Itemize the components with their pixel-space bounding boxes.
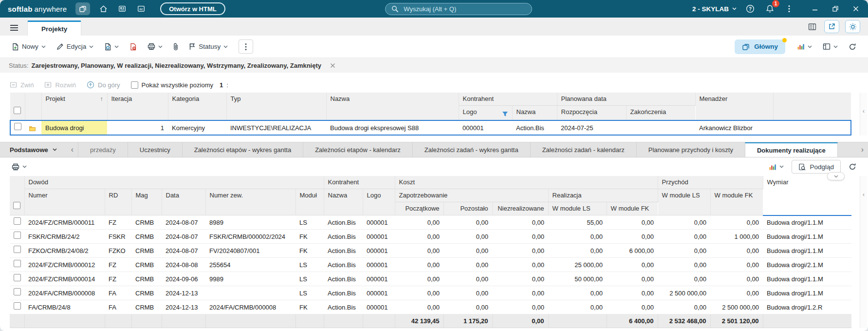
notifications-button[interactable]: 1 <box>764 3 776 15</box>
search-input[interactable] <box>403 5 526 13</box>
document-row[interactable]: FA/CRMB/24/8FACRMB2024-12-132024/FA/CRMB… <box>10 300 851 314</box>
refresh-button[interactable] <box>845 39 860 54</box>
new-button[interactable]: Nowy <box>8 39 50 54</box>
col-projekt[interactable]: Projekt↑ <box>41 93 107 120</box>
row-checkbox[interactable] <box>14 217 21 225</box>
col-przychod-fk[interactable]: W module FK <box>710 189 763 215</box>
row-checkbox[interactable] <box>14 123 21 130</box>
document-row[interactable]: 2024/FA/CRMB/000008FACRMB2024-12-13LSAct… <box>10 286 851 300</box>
news-icon[interactable] <box>116 3 128 15</box>
show-all-levels-checkbox[interactable] <box>131 81 138 89</box>
tab-zale-no-ci-etap-w-kalendarz[interactable]: Zależności etapów - kalendarz <box>303 142 412 157</box>
level-value[interactable]: 1 <box>220 81 223 89</box>
col-iteracja[interactable]: Iteracja <box>107 93 168 120</box>
collapse-panel-handle[interactable]: ‹ <box>860 176 867 328</box>
copy-document-button[interactable] <box>100 39 123 54</box>
tab-planowane-przychody-i-koszty[interactable]: Planowane przychody i koszty <box>636 142 745 157</box>
expand-button[interactable]: Rozwiń <box>44 81 76 89</box>
col-niezrealizowane[interactable]: Niezrealizowane <box>492 202 548 215</box>
col-data[interactable]: Data <box>162 189 205 215</box>
editor-icon[interactable]: ac <box>135 3 147 15</box>
close-button[interactable] <box>849 3 863 15</box>
chart-view-button[interactable] <box>793 39 816 54</box>
tabs-scroll-left-icon[interactable]: ‹ <box>67 142 78 157</box>
global-search[interactable] <box>385 3 532 15</box>
col-numer[interactable]: Numer <box>24 189 105 215</box>
project-row[interactable]: Budowa drogi 1 Komercyjny INWESTYCJE\REA… <box>10 120 851 135</box>
tab-group-selector[interactable]: Podstawowe <box>0 142 67 157</box>
document-row[interactable]: 2024/FZ/CRMB/000014FZCRMB2024-09-069989L… <box>10 272 851 286</box>
modules-icon[interactable] <box>75 2 90 15</box>
col-rozpoczecia[interactable]: Rozpoczęcia <box>557 106 626 121</box>
layout-view-button[interactable] <box>819 39 842 54</box>
col-nazwa[interactable]: Nazwa <box>326 93 459 120</box>
col-numer-zew[interactable]: Numer zew. <box>205 189 295 215</box>
select-all-checkbox[interactable] <box>13 202 20 209</box>
col-pozostalo[interactable]: Pozostało <box>443 202 492 215</box>
open-html-button[interactable]: Otwórz w HTML <box>160 2 225 15</box>
tab-zale-no-ci-zada-kalendarz[interactable]: Zależności zadań - kalendarz <box>530 142 636 157</box>
help-icon[interactable]: ? <box>744 3 756 15</box>
col-group-dowod[interactable]: Dowód <box>24 176 324 189</box>
col-kategoria[interactable]: Kategoria <box>168 93 226 120</box>
col-rd[interactable]: RD <box>105 189 131 215</box>
col-group-koszt[interactable]: Koszt <box>395 176 658 189</box>
document-row[interactable]: 2024/FZ/CRMB/000011FZCRMB2024-08-078989L… <box>10 215 851 230</box>
col-wymiar[interactable]: Wymiar <box>763 176 851 215</box>
tab-projekty[interactable]: Projekty <box>27 20 81 36</box>
row-checkbox[interactable] <box>14 246 21 253</box>
maximize-button[interactable] <box>828 3 843 15</box>
display-settings-button[interactable] <box>845 20 860 33</box>
collapse-panel-handle[interactable]: ‹ <box>860 93 867 136</box>
select-all-checkbox[interactable] <box>14 107 21 114</box>
col-group-zapotrzebowanie[interactable]: Zapotrzebowanie <box>395 189 548 202</box>
col-group-kontrahent[interactable]: Kontrahent <box>459 93 557 106</box>
delete-document-button[interactable] <box>126 39 141 54</box>
row-checkbox[interactable] <box>14 260 21 267</box>
more-actions-button[interactable] <box>239 39 253 54</box>
col-group-kontrahent[interactable]: Kontrahent <box>324 176 395 189</box>
company-selector[interactable]: 2 - SKYLAB <box>692 5 737 13</box>
tab-zale-no-ci-zada-wykres-gantta[interactable]: Zależności zadań - wykres gantta <box>412 142 530 157</box>
col-mag[interactable]: Mag <box>131 189 162 215</box>
col-logo[interactable]: Logo <box>363 189 395 215</box>
col-logo[interactable]: Logo <box>459 106 512 121</box>
expand-chevron-icon[interactable] <box>827 172 845 180</box>
row-checkbox[interactable] <box>14 274 21 281</box>
hamburger-menu-icon[interactable] <box>10 24 18 31</box>
col-group-planowana-data[interactable]: Planowana data <box>557 93 695 106</box>
preview-button[interactable]: Podgląd <box>792 160 841 174</box>
glowny-view-button[interactable]: Główny <box>735 39 785 54</box>
col-poczatkowe[interactable]: Początkowe <box>395 202 443 215</box>
doc-print-button[interactable] <box>8 159 31 174</box>
col-zakonczenia[interactable]: Zakończenia <box>626 106 695 121</box>
attachments-button[interactable] <box>169 39 182 54</box>
col-kontrahent-nazwa[interactable]: Nazwa <box>324 189 363 215</box>
collapse-button[interactable]: Zwiń <box>10 81 34 89</box>
doc-chart-button[interactable] <box>765 159 788 174</box>
filter-funnel-icon[interactable] <box>502 109 508 118</box>
col-modul[interactable]: Moduł <box>295 189 324 215</box>
doc-refresh-button[interactable] <box>845 159 860 174</box>
share-button[interactable] <box>824 20 839 33</box>
tab-dokumenty-realizuj-ce[interactable]: Dokumenty realizujące <box>745 142 838 157</box>
col-group-realizacja[interactable]: Realizacja <box>548 189 658 202</box>
tabs-scroll-right-icon[interactable]: › <box>857 142 868 157</box>
tab-przeda-y[interactable]: przedaży <box>78 142 128 157</box>
statuses-button[interactable]: Statusy <box>185 39 232 54</box>
print-button[interactable] <box>144 39 166 54</box>
col-group-przychod[interactable]: Przychód <box>658 176 763 189</box>
col-realizacja-ls[interactable]: W module LS <box>548 202 607 215</box>
go-up-button[interactable]: Do góry <box>87 81 120 89</box>
clear-filter-icon[interactable] <box>330 63 335 68</box>
edit-button[interactable]: Edycja <box>53 39 98 54</box>
home-icon[interactable] <box>97 3 109 15</box>
tab-uczestnicy[interactable]: Uczestnicy <box>128 142 182 157</box>
form-panel-icon[interactable] <box>808 23 816 31</box>
col-typ[interactable]: Typ <box>226 93 326 120</box>
topbar-menu-icon[interactable] <box>783 3 795 15</box>
document-row[interactable]: 2024/FZ/CRMB/000012FZCRMB2024-08-0825565… <box>10 258 851 272</box>
tab-zale-no-ci-etap-w-wykres-gantta[interactable]: Zależności etapów - wykres gantta <box>182 142 303 157</box>
col-menadzer[interactable]: Menadżer <box>695 93 773 120</box>
row-checkbox[interactable] <box>14 302 21 310</box>
